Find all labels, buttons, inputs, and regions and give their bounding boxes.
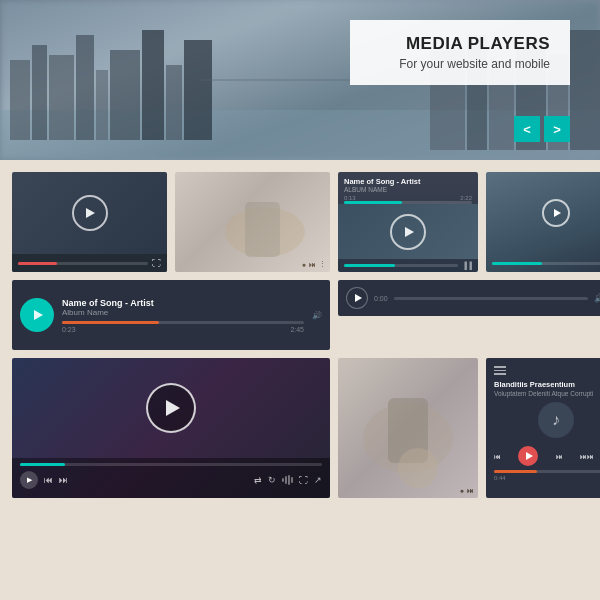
menu-line <box>494 370 506 372</box>
svg-rect-3 <box>49 55 74 140</box>
next-icon[interactable]: ⏭ <box>556 453 563 460</box>
hero-section: MEDIA PLAYERS For your website and mobil… <box>0 0 600 160</box>
large-video-player: ▶ ⏮ ⏭ ⇄ ↻ ⛶ ↗ <box>12 358 330 498</box>
skip-icon[interactable]: ⏭⏭ <box>580 453 594 460</box>
hero-subtitle: For your website and mobile <box>370 57 550 71</box>
fullscreen-icon[interactable]: ⛶ <box>299 475 308 485</box>
progress-fill <box>344 264 395 267</box>
track-title: Name of Song - Artist <box>62 298 304 308</box>
play-icon <box>526 452 533 460</box>
play-button[interactable] <box>518 446 538 466</box>
photo-background: ● ⏭ ⋮ <box>175 172 330 272</box>
skip-icon[interactable]: ⏭ <box>467 487 474 494</box>
video-screen <box>12 172 167 254</box>
video-player-small: ⛶ <box>12 172 167 272</box>
music-info-player: Name of Song - Artist ALBUM NAME 0:13 2:… <box>338 172 478 272</box>
music-note-icon: ♪ <box>552 411 560 429</box>
progress-bar[interactable] <box>62 321 304 324</box>
svg-rect-1 <box>10 60 30 140</box>
player-progress-area: 0:44 2:30 <box>494 470 600 481</box>
play-button[interactable] <box>146 383 196 433</box>
progress-bar[interactable] <box>344 201 472 204</box>
svg-rect-18 <box>245 202 280 257</box>
skip-next-icon[interactable]: ⏭ <box>59 475 68 485</box>
play-button[interactable] <box>542 199 570 227</box>
progress-fill <box>494 470 537 473</box>
play-icon <box>166 400 180 416</box>
play-icon: ▶ <box>27 476 32 484</box>
volume-icon[interactable]: 🔊 <box>594 293 600 303</box>
fullscreen-icon[interactable]: ⛶ <box>152 258 161 268</box>
audio-progress: 0:23 2:45 <box>62 321 304 333</box>
progress-fill <box>62 321 159 324</box>
volume-icon[interactable]: ▐▐ <box>462 262 472 269</box>
svg-rect-4 <box>76 35 94 140</box>
player-controls: ⏮ ⏭ ⏭⏭ ⋮ <box>494 446 600 466</box>
menu-icon[interactable] <box>494 366 506 375</box>
track-title: Blanditiis Praesentium <box>494 380 600 390</box>
play-icon <box>554 209 561 217</box>
chevron-left-icon: < <box>523 122 531 137</box>
volume-bars <box>282 474 293 486</box>
time-display: ● <box>460 487 464 494</box>
svg-rect-5 <box>96 70 108 140</box>
play-icon <box>355 294 362 302</box>
track-artist: Album Name <box>62 308 304 317</box>
time-total: 2:45 <box>290 326 304 333</box>
progress-bar[interactable] <box>494 470 600 473</box>
time-display: 0:44 2:30 <box>494 475 600 481</box>
progress-bar[interactable] <box>20 463 322 466</box>
time-current: 0:23 <box>62 326 76 333</box>
audio-player: Name of Song - Artist Album Name 0:23 2:… <box>12 280 330 350</box>
track-info-top: Name of Song - Artist ALBUM NAME <box>338 172 478 195</box>
svg-point-21 <box>398 448 438 488</box>
skip-prev-icon[interactable]: ⏮ <box>44 475 53 485</box>
play-button[interactable] <box>72 195 108 231</box>
prev-icon[interactable]: ⏮ <box>494 453 501 460</box>
play-small-button[interactable]: ▶ <box>20 471 38 489</box>
controls-bar: ▐▐ <box>338 259 478 272</box>
play-button[interactable] <box>346 287 368 309</box>
repeat-icon[interactable]: ↻ <box>268 475 276 485</box>
play-button[interactable] <box>390 214 426 250</box>
player-controls-bar: ▶ ⏮ ⏭ ⇄ ↻ ⛶ ↗ <box>12 458 330 498</box>
svg-rect-6 <box>110 50 140 140</box>
hero-card: MEDIA PLAYERS For your website and mobil… <box>350 20 570 85</box>
audio-bar-player: 0:00 🔊 ⚙ <box>338 280 600 316</box>
time-display: 0:23 2:45 <box>62 326 304 333</box>
photo-controls: ● ⏭ <box>460 487 474 494</box>
menu-line <box>494 373 506 375</box>
progress-bar[interactable] <box>394 297 588 300</box>
progress-fill <box>492 262 542 265</box>
audio-play-button[interactable] <box>20 298 54 332</box>
hero-prev-button[interactable]: < <box>514 116 540 142</box>
album-art: ♪ <box>538 402 574 438</box>
track-text <box>494 366 506 375</box>
progress-bar[interactable] <box>492 262 600 265</box>
share-icon[interactable]: ↗ <box>314 475 322 485</box>
progress-bar[interactable] <box>18 262 148 265</box>
hero-navigation: < > <box>514 116 570 142</box>
time-current: 0:00 <box>374 295 388 302</box>
progress-fill <box>20 463 65 466</box>
controls-row: ▶ ⏮ ⏭ ⇄ ↻ ⛶ ↗ <box>20 471 322 489</box>
video-screen <box>486 172 600 254</box>
players-grid: ⛶ ● ⏭ ⋮ Name of Song - Artist Album Name <box>0 160 600 510</box>
music-player-detailed: Blanditiis Praesentium Voluptatem Deleni… <box>486 358 600 498</box>
track-info: Name of Song - Artist Album Name 0:23 2:… <box>62 298 304 333</box>
svg-rect-2 <box>32 45 47 140</box>
track-subtitle: Voluptatem Deleniti Atque Corrupti <box>494 390 600 398</box>
play-icon <box>405 227 414 237</box>
player-controls-bar: ⛶ <box>12 254 167 272</box>
svg-rect-7 <box>142 30 164 140</box>
photo-player: ● ⏭ ⋮ <box>175 172 330 272</box>
bottom-progress[interactable] <box>344 264 458 267</box>
volume-icon[interactable]: 🔊 <box>312 311 322 320</box>
hero-title: MEDIA PLAYERS <box>370 34 550 54</box>
play-icon <box>34 310 43 320</box>
music-progress[interactable] <box>338 201 478 204</box>
video-screen <box>12 358 330 458</box>
hero-next-button[interactable]: > <box>544 116 570 142</box>
svg-rect-15 <box>570 30 600 150</box>
shuffle-icon[interactable]: ⇄ <box>254 475 262 485</box>
